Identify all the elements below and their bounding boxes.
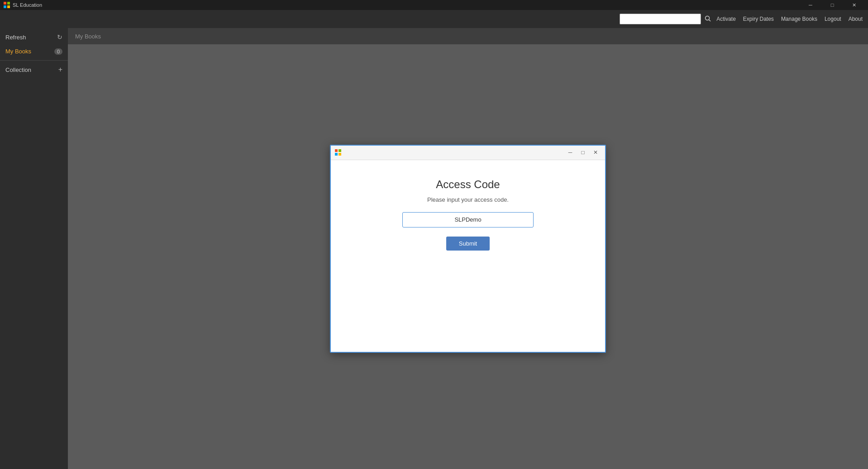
content-area: My Books ─: [68, 28, 868, 469]
svg-rect-0: [4, 2, 6, 5]
sidebar-collection[interactable]: Collection +: [0, 62, 68, 77]
svg-rect-3: [7, 5, 10, 8]
modal-dialog: ─ □ ✕ Access Code Please input your acce…: [330, 145, 606, 353]
title-bar: SL Education ─ □ ✕: [0, 0, 868, 10]
title-bar-left: SL Education: [4, 2, 42, 8]
main-layout: Refresh ↻ My Books 0 Collection + My Boo…: [0, 28, 868, 469]
nav-buttons: Activate Expiry Dates Manage Books Logou…: [716, 16, 863, 22]
svg-rect-8: [335, 153, 338, 156]
modal-close-button[interactable]: ✕: [590, 148, 601, 157]
svg-rect-6: [335, 149, 338, 152]
refresh-icon: ↻: [57, 33, 62, 41]
modal-maximize-button[interactable]: □: [577, 148, 589, 157]
close-button[interactable]: ✕: [844, 0, 864, 10]
add-collection-button[interactable]: +: [58, 66, 62, 73]
expiry-dates-button[interactable]: Expiry Dates: [743, 16, 774, 22]
svg-point-4: [706, 16, 710, 20]
logout-button[interactable]: Logout: [825, 16, 841, 22]
activate-button[interactable]: Activate: [716, 16, 736, 22]
modal-subtitle: Please input your access code.: [427, 196, 509, 203]
svg-line-5: [709, 19, 711, 21]
modal-overlay: ─ □ ✕ Access Code Please input your acce…: [68, 28, 868, 469]
modal-controls: ─ □ ✕: [564, 148, 601, 157]
modal-title: Access Code: [436, 178, 500, 191]
search-container: [620, 14, 713, 24]
sidebar-divider: [0, 60, 68, 61]
minimize-button[interactable]: ─: [800, 0, 821, 10]
sidebar-refresh[interactable]: Refresh ↻: [0, 30, 68, 44]
svg-rect-7: [339, 149, 341, 152]
submit-button[interactable]: Submit: [446, 237, 490, 251]
svg-rect-9: [339, 153, 341, 156]
manage-books-button[interactable]: Manage Books: [781, 16, 817, 22]
sidebar: Refresh ↻ My Books 0 Collection +: [0, 28, 68, 469]
search-input[interactable]: [620, 14, 701, 24]
maximize-button[interactable]: □: [822, 0, 843, 10]
title-bar-controls: ─ □ ✕: [800, 0, 864, 10]
modal-body: Access Code Please input your access cod…: [331, 160, 605, 352]
modal-titlebar-left: [334, 149, 342, 156]
search-icon: [705, 15, 711, 22]
my-books-count: 0: [54, 48, 62, 55]
modal-minimize-button[interactable]: ─: [564, 148, 576, 157]
collection-label: Collection: [5, 66, 31, 73]
top-nav: Activate Expiry Dates Manage Books Logou…: [0, 10, 868, 28]
svg-rect-2: [4, 5, 6, 8]
modal-titlebar: ─ □ ✕: [331, 146, 605, 160]
svg-rect-1: [7, 2, 10, 5]
app-icon: [4, 2, 10, 8]
my-books-label: My Books: [5, 48, 31, 55]
search-button[interactable]: [703, 15, 713, 23]
access-code-input[interactable]: [402, 212, 534, 227]
modal-app-icon: [334, 149, 342, 156]
about-button[interactable]: About: [849, 16, 863, 22]
refresh-label: Refresh: [5, 34, 26, 41]
sidebar-my-books[interactable]: My Books 0: [0, 44, 68, 58]
app-title: SL Education: [13, 2, 42, 8]
